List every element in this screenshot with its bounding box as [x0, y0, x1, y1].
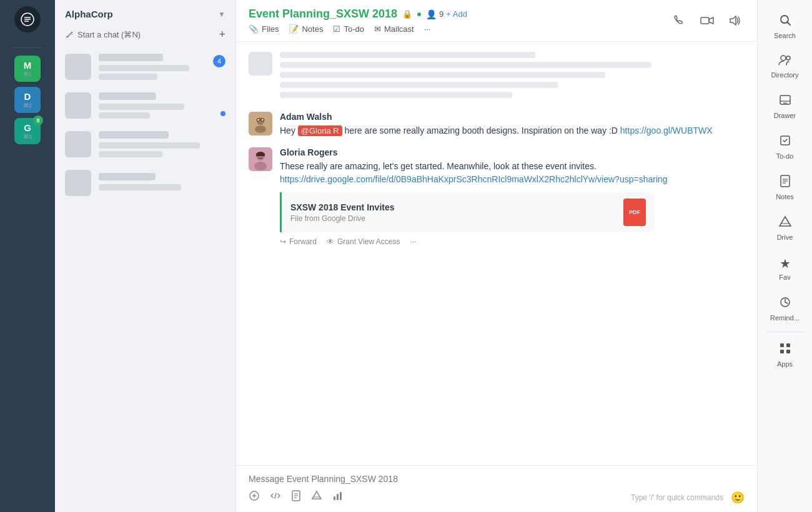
directory-icon: [778, 54, 792, 69]
svg-rect-49: [786, 350, 790, 353]
svg-point-7: [255, 126, 266, 133]
edit-icon: [65, 31, 74, 39]
msg-link-adam[interactable]: https://goo.gl/WUBTWX: [620, 126, 713, 135]
message-gloria-rogers: Gloria Rogers These really are amazing, …: [249, 147, 745, 246]
sidebar-item-directory[interactable]: Directory: [758, 47, 812, 86]
svg-rect-46: [780, 343, 784, 347]
add-members-button[interactable]: + Add: [446, 9, 467, 19]
forward-button[interactable]: ↪ Forward: [280, 237, 317, 246]
more-icon: ···: [424, 24, 431, 34]
workspace-g-letter: G: [24, 122, 31, 133]
attach-tool[interactable]: [249, 490, 260, 505]
more-actions-button[interactable]: ···: [410, 237, 417, 246]
sidebar-item-fav[interactable]: ★ Fav: [758, 249, 812, 288]
sidebar-item-apps[interactable]: Apps: [758, 335, 812, 375]
quick-cmd-hint: Type '/' for quick commands: [631, 493, 723, 502]
chat-name-skeleton: [99, 54, 163, 61]
chat-tabs: 📎 Files 📝 Notes ☑ To-do ✉ Mailcast ···: [249, 24, 467, 34]
sidebar-header: AlphaCorp ▼: [55, 0, 235, 26]
apps-label: Apps: [777, 360, 793, 368]
unread-dot: [220, 111, 225, 116]
list-item[interactable]: 4: [55, 47, 235, 86]
chat-preview2-skeleton: [99, 151, 162, 157]
skeleton-line: [280, 62, 651, 68]
status-dot: [417, 12, 421, 16]
star-icon: ★: [780, 256, 791, 271]
chat-preview2-skeleton: [99, 112, 150, 119]
app-logo[interactable]: [14, 6, 41, 32]
directory-label: Directory: [771, 71, 798, 79]
sidebar-item-search[interactable]: Search: [758, 6, 812, 47]
drive-tool[interactable]: [311, 490, 322, 505]
doc-tool[interactable]: [291, 490, 301, 505]
workspace-g[interactable]: 8 G ⌘3: [14, 118, 41, 144]
chat-info: [99, 173, 225, 193]
avatar: [65, 131, 91, 157]
input-tools-left: [249, 490, 344, 505]
right-sidebar: Search Directory Drawer: [757, 0, 812, 512]
sidebar-item-drawer[interactable]: Drawer: [758, 86, 812, 127]
emoji-button[interactable]: 🙂: [731, 491, 745, 505]
input-toolbar: Type '/' for quick commands 🙂: [249, 490, 745, 505]
chat-name-skeleton: [99, 173, 156, 180]
tab-files[interactable]: 📎 Files: [249, 24, 279, 34]
right-sidebar-divider: [766, 332, 804, 332]
list-item[interactable]: [55, 164, 235, 202]
drive-label: Drive: [777, 234, 793, 241]
message-actions: ↪ Forward 👁 Grant View Access ···: [280, 237, 745, 246]
message-input[interactable]: [249, 474, 745, 484]
list-item[interactable]: [55, 125, 235, 164]
message-sender: Adam Walsh: [280, 112, 745, 122]
message-adam-walsh: Adam Walsh Hey @Gloria R here are some r…: [249, 112, 745, 137]
sidebar-item-notes[interactable]: Notes: [758, 167, 812, 208]
pdf-icon: PDF: [623, 199, 646, 226]
more-dots-icon: ···: [410, 237, 417, 246]
chat-preview2-skeleton: [99, 74, 157, 80]
svg-line-31: [787, 22, 790, 26]
new-chat-plus-icon[interactable]: +: [219, 28, 225, 41]
avatar: [65, 170, 91, 196]
tab-notes[interactable]: 📝 Notes: [289, 24, 323, 34]
grant-view-access-button[interactable]: 👁 Grant View Access: [327, 237, 400, 246]
tab-todo[interactable]: ☑ To-do: [333, 24, 364, 34]
apps-icon: [779, 342, 791, 358]
start-chat-button[interactable]: Start a chat (⌘N): [65, 30, 214, 39]
tab-mailcast[interactable]: ✉ Mailcast: [374, 24, 414, 34]
tab-notes-label: Notes: [302, 24, 323, 34]
sidebar-item-todo[interactable]: To-do: [758, 127, 812, 167]
code-tool[interactable]: [270, 490, 281, 505]
video-button[interactable]: [697, 11, 717, 31]
msg-link-gloria[interactable]: https://drive.google.com/file/d/0B9aBhHa…: [280, 174, 668, 184]
chat-list: 4: [55, 47, 235, 512]
chat-title: Event Planning_SXSW 2018: [249, 7, 397, 21]
workspace-m-letter: M: [24, 60, 32, 71]
chart-tool[interactable]: [332, 490, 344, 505]
volume-button[interactable]: [725, 11, 745, 31]
sidebar-item-remind[interactable]: Remind...: [758, 288, 812, 329]
forward-label: Forward: [289, 237, 317, 246]
mention-gloria[interactable]: @Gloria R: [298, 126, 342, 136]
chat-info: [99, 54, 205, 80]
chat-preview-skeleton: [99, 142, 200, 149]
chevron-down-icon[interactable]: ▼: [218, 10, 225, 19]
workspace-m[interactable]: M ⌘1: [14, 56, 41, 82]
input-tools-right: Type '/' for quick commands 🙂: [631, 491, 745, 505]
search-icon: [779, 14, 791, 29]
sidebar-item-drive[interactable]: Drive: [758, 208, 812, 249]
todo-icon: [779, 134, 791, 150]
phone-button[interactable]: [670, 11, 690, 31]
workspace-d-letter: D: [24, 91, 31, 102]
todo-icon: ☑: [333, 24, 340, 34]
list-item[interactable]: [55, 86, 235, 125]
workspace-d[interactable]: D ⌘2: [14, 87, 41, 113]
tab-todo-label: To-do: [344, 24, 364, 34]
drawer-label: Drawer: [774, 112, 796, 119]
company-name: AlphaCorp: [65, 9, 113, 19]
chat-header-actions: [670, 11, 745, 31]
svg-line-21: [275, 493, 276, 498]
tab-mailcast-label: Mailcast: [384, 24, 414, 34]
tab-more[interactable]: ···: [424, 24, 431, 34]
tab-files-label: Files: [262, 24, 279, 34]
message-sender: Gloria Rogers: [280, 147, 745, 157]
chat-info: [99, 131, 225, 157]
